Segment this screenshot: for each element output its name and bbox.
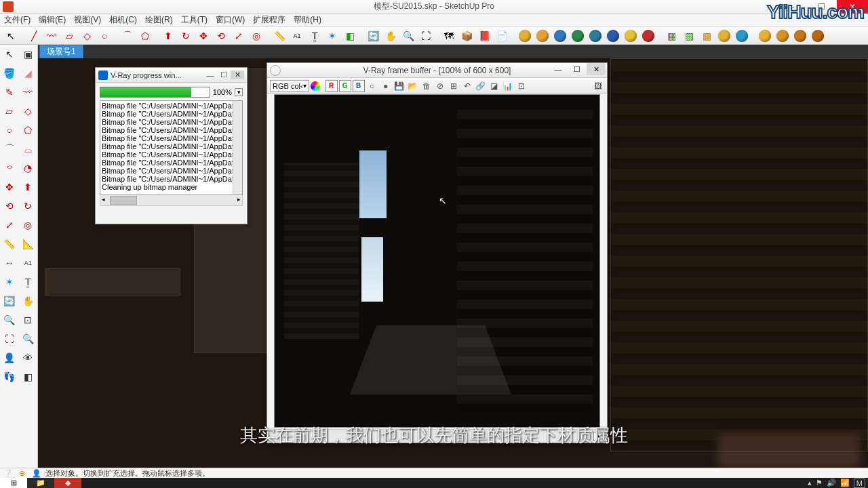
- sphere-2[interactable]: [774, 28, 791, 43]
- vfb-cc-icon[interactable]: ◪: [488, 80, 500, 92]
- section2-icon[interactable]: ◧: [19, 367, 38, 386]
- sketchup-task-button[interactable]: ◆: [54, 478, 81, 488]
- axes-tool[interactable]: ✶: [324, 28, 340, 43]
- plugin-5[interactable]: [734, 28, 750, 43]
- tape2-icon[interactable]: 📏: [0, 235, 19, 253]
- vfb-clear-icon[interactable]: 🗑: [420, 80, 433, 92]
- follow-tool[interactable]: ↻: [178, 28, 194, 43]
- paint-icon[interactable]: 🪣: [0, 64, 19, 83]
- vfb-region-icon[interactable]: ⊞: [448, 80, 460, 92]
- pushpull2-icon[interactable]: ⬆: [19, 178, 38, 197]
- vfb-hist-icon[interactable]: 📊: [502, 80, 514, 92]
- tray-up-icon[interactable]: ▴: [808, 479, 812, 487]
- followme-icon[interactable]: ↻: [19, 197, 38, 216]
- protractor-icon[interactable]: 📐: [19, 235, 38, 253]
- vfb-max-button[interactable]: ☐: [568, 63, 587, 75]
- dim2-icon[interactable]: ↔: [0, 253, 19, 272]
- vfb-channel-select[interactable]: RGB col‹ ▾: [270, 80, 309, 92]
- vray-m[interactable]: [517, 28, 533, 43]
- vray-rt[interactable]: [570, 28, 586, 43]
- rotrect2-icon[interactable]: ◇: [19, 102, 38, 121]
- log-vscroll[interactable]: [233, 101, 242, 195]
- menu-view[interactable]: 视图(V): [74, 14, 101, 26]
- zoomext2-icon[interactable]: ⛶: [0, 329, 19, 348]
- menu-ext[interactable]: 扩展程序: [253, 14, 285, 26]
- vray-br[interactable]: [587, 28, 604, 43]
- arc4-icon[interactable]: ⌔: [0, 159, 19, 178]
- component-icon[interactable]: ▣: [19, 45, 38, 64]
- menu-tools[interactable]: 工具(T): [181, 14, 208, 26]
- line-tool[interactable]: ╱: [26, 28, 42, 43]
- menu-draw[interactable]: 绘图(R): [145, 14, 173, 26]
- vray-t[interactable]: [640, 28, 656, 43]
- text2-icon[interactable]: A1: [19, 253, 38, 272]
- zoomprev-icon[interactable]: 🔍: [19, 329, 38, 348]
- pushpull-tool[interactable]: ⬆: [160, 28, 176, 43]
- vfb-link-icon[interactable]: 🔗: [475, 80, 487, 92]
- vfb-green-button[interactable]: G: [339, 80, 351, 92]
- zoomext-tool[interactable]: ⛶: [418, 28, 434, 43]
- vfb-save-icon[interactable]: 💾: [393, 80, 406, 92]
- vfb-load-icon[interactable]: 📂: [407, 80, 419, 92]
- plugin-2[interactable]: ▨: [681, 28, 697, 43]
- vfb-render-view[interactable]: ↖: [274, 94, 600, 428]
- tray-m[interactable]: M: [854, 479, 865, 488]
- polygon-tool[interactable]: ⬠: [137, 28, 153, 43]
- geo-icon[interactable]: ⊕: [17, 468, 27, 479]
- 3dtext-icon[interactable]: Ṯ: [19, 272, 38, 291]
- vray-help[interactable]: [605, 28, 621, 43]
- move-tool[interactable]: ✥: [195, 28, 212, 43]
- pan-tool[interactable]: ✋: [382, 28, 399, 43]
- polygon2-icon[interactable]: ⬠: [19, 121, 38, 140]
- explorer-button[interactable]: 📁: [27, 478, 54, 488]
- vfb-min-button[interactable]: —: [549, 63, 568, 75]
- select-tool[interactable]: ↖: [3, 28, 19, 43]
- zoomwin-icon[interactable]: ⊡: [19, 310, 38, 329]
- move2-icon[interactable]: ✥: [0, 178, 19, 197]
- circle-tool[interactable]: ○: [96, 28, 113, 43]
- offset2-icon[interactable]: ◎: [19, 216, 38, 235]
- plugin-3[interactable]: ▩: [698, 28, 715, 43]
- vfb-stop-icon[interactable]: ⊘: [434, 80, 446, 92]
- pencil-icon[interactable]: ✎: [0, 83, 19, 102]
- orbit-tool[interactable]: 🔄: [365, 28, 381, 43]
- axes2-icon[interactable]: ✶: [0, 272, 19, 291]
- vray-o[interactable]: [534, 28, 551, 43]
- freehand-tool[interactable]: 〰: [43, 28, 60, 43]
- geo-tool[interactable]: 🗺: [441, 28, 457, 43]
- scene-tab[interactable]: 场景号1: [39, 45, 83, 58]
- arc-tool[interactable]: ⌒: [119, 28, 136, 43]
- tape-tool[interactable]: 📏: [271, 28, 288, 43]
- start-button[interactable]: ⊞: [0, 478, 27, 488]
- offset-tool[interactable]: ◎: [248, 28, 264, 43]
- vray-y[interactable]: [623, 28, 639, 43]
- plugin-1[interactable]: ▦: [663, 28, 679, 43]
- layout-tool[interactable]: 📄: [494, 28, 510, 43]
- scale-tool[interactable]: ⤢: [231, 28, 247, 43]
- vfb-alpha-icon[interactable]: ●: [380, 80, 392, 92]
- progress-min-button[interactable]: —: [203, 71, 217, 79]
- plugin-4[interactable]: [716, 28, 732, 43]
- tray-flag-icon[interactable]: ⚑: [816, 479, 823, 487]
- menu-window[interactable]: 窗口(W): [216, 14, 245, 26]
- warehouse-tool[interactable]: 📦: [458, 28, 475, 43]
- circle2-icon[interactable]: ○: [0, 121, 19, 140]
- freehand2-icon[interactable]: 〰: [19, 83, 38, 102]
- tray-volume-icon[interactable]: 🔊: [827, 479, 836, 487]
- zoom-tool[interactable]: 🔍: [400, 28, 416, 43]
- vfb-mono-icon[interactable]: ○: [366, 80, 378, 92]
- orbit2-icon[interactable]: 🔄: [0, 291, 19, 310]
- lookaround-icon[interactable]: 👁: [19, 348, 38, 367]
- menu-file[interactable]: 文件(F): [4, 14, 31, 26]
- help-icon[interactable]: ❔: [3, 468, 13, 479]
- vfb-red-button[interactable]: R: [326, 80, 338, 92]
- arc2-icon[interactable]: ⌒: [0, 140, 19, 159]
- menu-camera[interactable]: 相机(C): [109, 14, 137, 26]
- section-tool[interactable]: ◧: [342, 28, 358, 43]
- menu-help[interactable]: 帮助(H): [294, 14, 321, 26]
- sphere-3[interactable]: [792, 28, 808, 43]
- pan2-icon[interactable]: ✋: [19, 291, 38, 310]
- pie-icon[interactable]: ◔: [19, 159, 38, 178]
- sphere-4[interactable]: [810, 28, 826, 43]
- scale2-icon[interactable]: ⤢: [0, 216, 19, 235]
